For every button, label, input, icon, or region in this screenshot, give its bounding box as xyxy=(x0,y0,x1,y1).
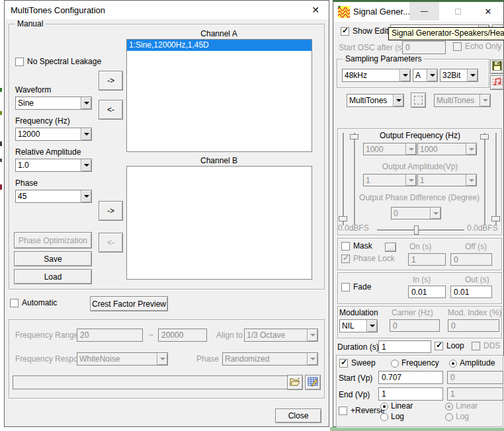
frequency-range-to-field[interactable]: 20000 xyxy=(158,329,207,342)
mask-off-field[interactable]: 0 xyxy=(450,253,492,266)
channel-a-listbox[interactable]: 1:Sine,12000Hz,1,45D xyxy=(126,39,312,152)
wave-type-combo[interactable]: MultiTones xyxy=(347,94,404,107)
chevron-down-icon[interactable] xyxy=(467,69,478,81)
chevron-down-icon[interactable] xyxy=(81,97,91,109)
output-amplitude-right-combo[interactable]: 1 xyxy=(417,174,477,186)
checkbox-box xyxy=(453,42,462,51)
output-frequency-left-combo[interactable]: 1000 xyxy=(363,143,417,155)
mod-index-field[interactable]: 0 xyxy=(448,319,499,332)
file-path-field[interactable] xyxy=(13,375,288,389)
multitones-titlebar[interactable]: MultiTones Configuration ✕ xyxy=(5,1,329,19)
log-right-radio[interactable]: Log xyxy=(445,412,469,421)
fade-out-field[interactable]: 0.01 xyxy=(450,286,492,298)
align-to-combo[interactable]: 1/3 Octave xyxy=(244,329,318,342)
save-settings-button[interactable] xyxy=(490,59,504,74)
load-button[interactable]: Load xyxy=(14,269,92,284)
show-editor-checkbox[interactable]: Show Editor xyxy=(341,27,396,36)
signal-generator-titlebar[interactable]: Signal Gener... ✕ xyxy=(333,2,503,22)
relative-amplitude-combo[interactable]: 1.0 xyxy=(15,159,92,172)
start-vp-field[interactable]: 0.707 xyxy=(378,371,443,384)
level-slider-left-inner[interactable] xyxy=(354,133,355,225)
mask-checkbox[interactable]: Mask xyxy=(341,242,372,251)
modulation-combo[interactable]: NIL xyxy=(339,319,378,333)
phase-optimization-button[interactable]: Phase Optimization xyxy=(14,232,92,249)
frequency-response-combo[interactable]: WhiteNoise xyxy=(77,352,168,366)
sweep-checkbox[interactable]: Sweep xyxy=(339,359,376,368)
frequency-combo[interactable]: 12000 xyxy=(15,128,92,141)
phase-combo[interactable]: 45 xyxy=(15,190,92,203)
start-vp-right-field[interactable]: 0 xyxy=(447,371,503,384)
balance-slider[interactable] xyxy=(377,229,464,231)
sweep-amplitude-radio[interactable]: Amplitude xyxy=(449,359,495,368)
slider-thumb[interactable] xyxy=(414,225,419,235)
channel-combo[interactable]: A xyxy=(413,69,438,82)
chevron-down-icon[interactable] xyxy=(427,69,437,81)
bit-depth-combo[interactable]: 32Bit xyxy=(440,69,478,82)
sample-rate-combo[interactable]: 48kHz xyxy=(342,69,411,82)
slider-thumb[interactable] xyxy=(339,216,347,221)
chevron-down-icon xyxy=(466,175,476,186)
radio-circle xyxy=(445,403,453,411)
close-icon[interactable]: ✕ xyxy=(473,2,503,20)
open-file-button[interactable] xyxy=(287,375,303,390)
dds-checkbox[interactable]: DDS xyxy=(472,342,500,350)
wave-config-button[interactable] xyxy=(411,93,426,108)
mask-on-field[interactable]: 1 xyxy=(408,253,446,266)
phase-lock-checkbox[interactable]: Phase Lock xyxy=(341,255,395,263)
minimize-icon[interactable] xyxy=(409,2,439,20)
edit-table-button[interactable] xyxy=(305,375,321,390)
duration-field[interactable]: 1 xyxy=(378,340,431,353)
echo-only-checkbox[interactable]: Echo Only xyxy=(453,42,501,51)
fade-checkbox[interactable]: Fade xyxy=(341,283,371,292)
move-to-channel-b-button[interactable]: -> xyxy=(99,201,123,221)
output-frequency-right-combo[interactable]: 1000 xyxy=(417,143,477,155)
reverse-checkbox[interactable]: +Reverse xyxy=(339,407,385,415)
close-button[interactable]: Close xyxy=(275,409,321,423)
slider-thumb[interactable] xyxy=(350,134,358,139)
log-radio[interactable]: Log xyxy=(380,412,404,421)
wave-type-right-combo[interactable]: MultiTones xyxy=(434,94,491,107)
frequency-range-from-field[interactable]: 20 xyxy=(77,329,143,342)
level-slider-right-outer[interactable] xyxy=(495,133,497,225)
end-vp-right-field[interactable]: 1 xyxy=(447,387,503,401)
chevron-down-icon[interactable] xyxy=(393,95,403,106)
linear-right-radio[interactable]: Linear xyxy=(445,402,478,411)
remove-from-channel-a-button[interactable]: <- xyxy=(99,100,123,120)
output-phase-combo[interactable]: 0 xyxy=(391,207,441,219)
start-osc-field[interactable]: 0 xyxy=(402,41,446,54)
close-icon[interactable]: ✕ xyxy=(305,1,326,19)
level-slider-right-inner[interactable] xyxy=(484,133,485,225)
radio-circle xyxy=(449,360,457,368)
crest-factor-preview-button[interactable]: Crest Factor Preview xyxy=(90,296,168,311)
move-to-channel-a-button[interactable]: -> xyxy=(99,71,123,91)
chevron-down-icon[interactable] xyxy=(366,320,377,332)
duration-label: Duration (s) xyxy=(337,343,379,352)
channel-a-selected-item[interactable]: 1:Sine,12000Hz,1,45D xyxy=(127,40,312,51)
sweep-frequency-radio[interactable]: Frequency xyxy=(391,359,439,368)
remove-from-channel-b-button[interactable]: <- xyxy=(99,233,123,253)
maximize-icon[interactable] xyxy=(443,2,473,20)
slider-thumb[interactable] xyxy=(491,216,500,221)
phase-mode-combo[interactable]: Randomized xyxy=(222,352,318,366)
end-vp-field[interactable]: 1 xyxy=(378,387,443,401)
chevron-down-icon[interactable] xyxy=(81,159,91,171)
waveform-combo[interactable]: Sine xyxy=(15,97,92,110)
no-spectral-leakage-checkbox[interactable]: No Spectral Leakage xyxy=(15,58,101,66)
output-amplitude-left-combo[interactable]: 1 xyxy=(363,174,417,186)
fade-in-field[interactable]: 0.01 xyxy=(408,286,446,298)
slider-thumb[interactable] xyxy=(480,134,489,139)
chevron-down-icon[interactable] xyxy=(399,69,410,81)
mask-browse-button[interactable]: ... xyxy=(385,243,396,252)
channel-b-listbox[interactable] xyxy=(126,166,312,280)
level-slider-left-outer[interactable] xyxy=(343,133,344,225)
chevron-down-icon[interactable] xyxy=(81,190,91,202)
linear-radio[interactable]: Linear xyxy=(380,402,413,411)
loop-checkbox[interactable]: Loop xyxy=(435,342,464,350)
tone-editor-button[interactable] xyxy=(490,75,504,90)
fade-in-label: In (s) xyxy=(413,276,431,284)
carrier-field[interactable]: 0 xyxy=(390,319,440,332)
chevron-down-icon[interactable] xyxy=(81,128,91,140)
checkbox-label: Fade xyxy=(353,283,371,292)
automatic-checkbox[interactable]: Automatic xyxy=(10,299,57,307)
save-button[interactable]: Save xyxy=(14,251,92,266)
